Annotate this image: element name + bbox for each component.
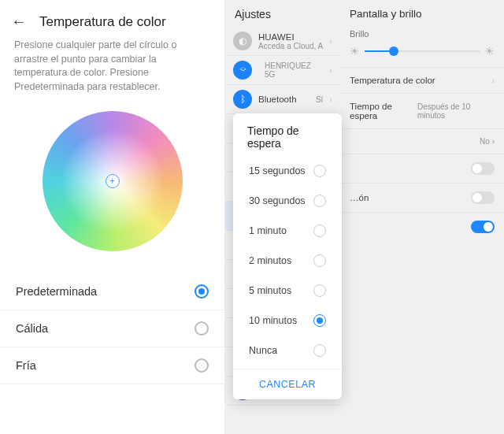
color-wheel-wrap	[0, 103, 224, 273]
row-obscured-3[interactable]: …ón	[340, 183, 504, 212]
radio-icon	[195, 284, 209, 299]
option-label: 15 segundos	[249, 165, 306, 176]
display-title: Pantalla y brillo	[340, 0, 504, 24]
radio-icon	[313, 195, 326, 207]
timeout-option[interactable]: Nunca	[233, 336, 342, 365]
timeout-option[interactable]: 2 minutos	[233, 246, 342, 276]
option-label: 1 minuto	[249, 225, 287, 236]
chevron-right-icon: ›	[491, 76, 495, 85]
row-timeout[interactable]: Tiempo de espera Después de 10 minutos	[340, 93, 504, 128]
dialog-cancel-button[interactable]: CANCELAR	[233, 369, 342, 396]
chevron-right-icon: ›	[329, 95, 332, 104]
color-wheel-handle[interactable]	[106, 174, 120, 188]
settings-item[interactable]: ◐HUAWEIAcceda a Cloud, AppGallery, etc.›	[225, 27, 340, 56]
instructions: Presione cualquier parte del círculo o a…	[0, 39, 224, 103]
timeout-option[interactable]: 30 segundos	[233, 186, 342, 216]
settings-label: Bluetooth	[258, 95, 309, 104]
settings-item[interactable]: ᛒBluetoothSí›	[225, 85, 340, 114]
bluetooth-icon: ᛒ	[233, 90, 252, 109]
option-label: 10 minutos	[249, 315, 297, 326]
row-obscured-4[interactable]	[340, 212, 504, 241]
chevron-right-icon: ›	[329, 36, 332, 46]
toggle[interactable]	[471, 191, 495, 204]
brightness-slider-row: ☀ ☀	[340, 43, 504, 67]
toggle[interactable]	[471, 221, 495, 233]
screen-settings: Ajustes ◐HUAWEIAcceda a Cloud, AppGaller…	[225, 0, 340, 434]
brightness-slider[interactable]	[365, 50, 480, 52]
row-obscured-2[interactable]	[340, 154, 504, 183]
timeout-option[interactable]: 15 segundos	[233, 156, 342, 186]
chevron-right-icon: ›	[329, 65, 332, 75]
row-color-temp[interactable]: Temperatura de color ›	[340, 67, 504, 93]
settings-value: Sí	[316, 95, 323, 104]
row-value: Después de 10 minutos	[417, 102, 495, 120]
radio-icon	[313, 314, 326, 327]
sun-high-icon: ☀	[484, 45, 495, 57]
color-wheel[interactable]	[43, 111, 183, 251]
settings-title: Ajustes	[225, 0, 340, 27]
option-label: 2 minutos	[249, 255, 291, 266]
row-label: Temperatura de color	[350, 76, 435, 85]
radio-icon	[313, 344, 326, 357]
option-label: Nunca	[249, 345, 277, 356]
row-value: No ›	[480, 137, 495, 146]
option-label: Predeterminada	[16, 285, 97, 298]
radio-icon	[195, 321, 209, 336]
radio-icon	[313, 165, 326, 177]
radio-icon	[313, 284, 326, 297]
timeout-option[interactable]: 5 minutos	[233, 276, 342, 306]
radio-icon	[313, 224, 326, 237]
radio-icon	[195, 358, 209, 373]
option-label: 30 segundos	[249, 195, 306, 206]
row-label: Tiempo de espera	[350, 102, 417, 121]
back-icon[interactable]: ←	[11, 13, 27, 31]
timeout-option[interactable]: 1 minuto	[233, 216, 342, 246]
radio-icon	[313, 254, 326, 267]
settings-label: HUAWEIAcceda a Cloud, AppGallery, etc.	[258, 32, 323, 50]
sun-low-icon: ☀	[350, 45, 360, 57]
option-label: Fría	[16, 359, 36, 372]
temp-option[interactable]: Predeterminada	[0, 273, 224, 310]
page-title: Temperatura de color	[39, 14, 166, 30]
settings-value: HENRIQUEZ 5G	[265, 61, 323, 79]
dialog-title: Tiempo de espera	[233, 124, 342, 156]
timeout-option[interactable]: 10 minutos	[233, 306, 342, 336]
timeout-dialog: Tiempo de espera 15 segundos30 segundos1…	[233, 113, 342, 399]
row-obscured-1[interactable]: No ›	[340, 128, 504, 154]
option-label: Cálida	[16, 322, 48, 335]
screen-color-temperature: ← Temperatura de color Presione cualquie…	[0, 0, 225, 434]
screen-display-brightness: Pantalla y brillo Brillo ☀ ☀ Temperatura…	[340, 0, 504, 434]
temp-option[interactable]: Cálida	[0, 310, 224, 347]
brightness-label: Brillo	[340, 24, 504, 43]
huawei-icon: ◐	[233, 32, 252, 50]
toggle[interactable]	[471, 162, 495, 175]
settings-item[interactable]: ⌔Wi-FiHENRIQUEZ 5G›	[225, 56, 340, 85]
wifi-icon: ⌔	[233, 61, 252, 80]
row-label: …ón	[350, 193, 369, 202]
option-label: 5 minutos	[249, 285, 291, 296]
temp-option[interactable]: Fría	[0, 347, 224, 384]
header: ← Temperatura de color	[0, 0, 224, 39]
